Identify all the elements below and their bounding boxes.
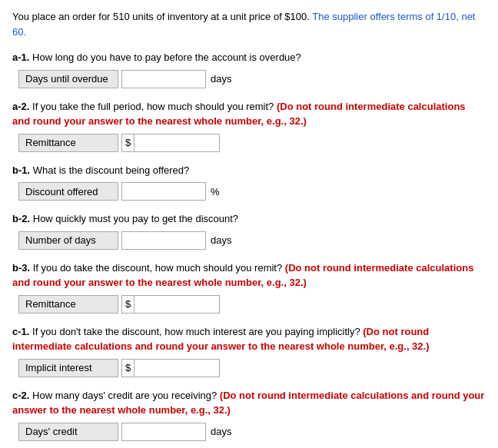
answer-input-b2[interactable] [121,231,206,250]
question-b3-label: b-3. If you do take the discount, how mu… [12,261,486,290]
q-c2-text: How many days' credit are you receiving? [29,390,217,401]
q-b1-text: What is the discount being offered? [30,164,189,176]
section-b1: b-1. What is the discount being offered?… [12,163,486,201]
dollar-sign-a2: $ [122,134,134,151]
question-c1-label: c-1. If you don't take the discount, how… [12,324,486,354]
section-a2: a-2. If you take the full period, how mu… [12,99,486,152]
question-b2-label: b-2. How quickly must you pay to get the… [12,211,486,227]
input-row-c1: Implicit interest $ [18,359,486,377]
intro-text-normal: You place an order for 510 units of inve… [12,11,310,22]
question-a1-label: a-1. How long do you have to pay before … [12,50,486,65]
section-a1: a-1. How long do you have to pay before … [12,50,486,88]
q-c1-text: If you don't take the discount, how much… [29,326,360,337]
q-a1-bold: a-1. [12,51,29,63]
input-row-a1: Days until overdue days [18,70,486,88]
input-row-b3: Remittance $ [18,295,486,314]
intro-paragraph: You place an order for 510 units of inve… [12,9,486,39]
unit-b1: % [211,186,220,197]
dollar-wrap-b3: $ [121,295,220,314]
input-row-a2: Remittance $ [18,134,486,152]
dollar-sign-b3: $ [122,296,134,313]
section-c2: c-2. How many days' credit are you recei… [12,388,486,441]
q-b3-bold: b-3. [12,262,30,274]
question-b1-label: b-1. What is the discount being offered? [12,163,486,178]
field-label-a1: Days until overdue [18,70,118,88]
dollar-wrap-a2: $ [121,134,220,152]
q-c1-bold: c-1. [12,326,29,337]
answer-input-b3[interactable] [134,296,219,313]
input-row-b2: Number of days days [18,231,486,250]
q-a2-text: If you take the full period, how much sh… [29,101,274,112]
answer-input-c2[interactable] [121,423,206,441]
dollar-sign-c1: $ [122,360,134,377]
dollar-wrap-c1: $ [121,359,220,377]
section-b3: b-3. If you do take the discount, how mu… [12,261,486,314]
q-b1-bold: b-1. [12,164,30,176]
section-b2: b-2. How quickly must you pay to get the… [12,211,486,250]
field-label-c2: Days' credit [18,423,118,441]
input-row-b1: Discount offered % [18,182,486,201]
question-a2-label: a-2. If you take the full period, how mu… [12,99,486,129]
q-b3-text: If you do take the discount, how much sh… [30,262,282,274]
q-c2-bold: c-2. [12,390,29,401]
answer-input-a2[interactable] [134,134,219,151]
q-b2-bold: b-2. [12,213,30,224]
field-label-b2: Number of days [18,231,118,250]
field-label-b3: Remittance [18,295,118,314]
input-row-c2: Days' credit days [18,423,486,441]
answer-input-b1[interactable] [121,182,206,201]
question-c2-label: c-2. How many days' credit are you recei… [12,388,486,418]
q-a1-text: How long do you have to pay before the a… [29,51,300,63]
section-c1: c-1. If you don't take the discount, how… [12,324,486,377]
unit-b2: days [211,234,231,246]
answer-input-a1[interactable] [121,70,206,88]
q-b2-text: How quickly must you pay to get the disc… [30,213,238,224]
field-label-b1: Discount offered [18,182,118,201]
field-label-c1: Implicit interest [18,359,118,377]
field-label-a2: Remittance [18,134,118,152]
unit-c2: days [211,426,231,437]
unit-a1: days [211,73,231,85]
answer-input-c1[interactable] [134,360,219,377]
q-a2-bold: a-2. [12,101,29,112]
